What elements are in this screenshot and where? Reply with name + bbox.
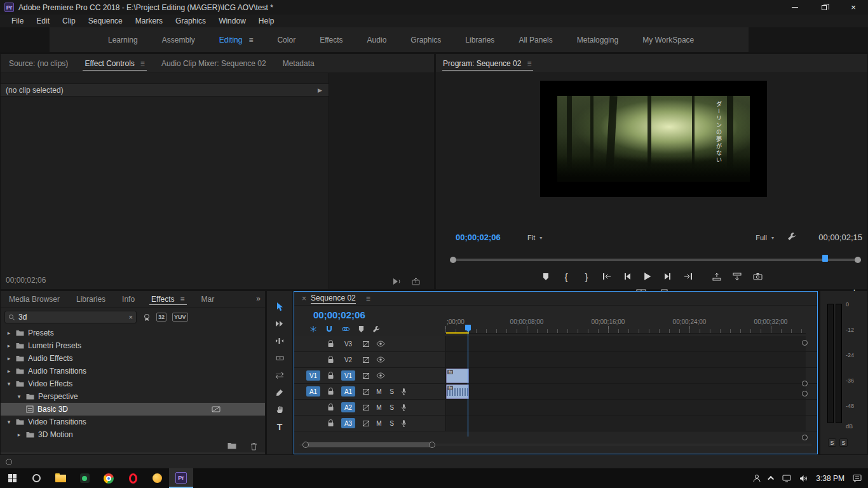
effects-horizontal-scrollbar[interactable] (1, 452, 265, 454)
tab-effect-controls[interactable]: Effect Controls ≡ (76, 54, 153, 72)
sync-lock-icon[interactable] (362, 356, 370, 363)
track-output-eye-icon[interactable] (376, 341, 385, 347)
workspace-all-panels[interactable]: All Panels (519, 36, 552, 44)
opera-button[interactable] (121, 468, 145, 488)
program-playhead[interactable] (822, 255, 828, 262)
export-frame-camera-icon[interactable] (752, 271, 763, 282)
sync-lock-icon[interactable] (362, 340, 370, 348)
tree-item-video-transitions[interactable]: ▾ Video Transitions (1, 416, 265, 428)
tab-source-monitor[interactable]: Source: (no clips) (1, 54, 76, 72)
32bit-filter-icon[interactable]: 32 (156, 313, 166, 322)
tree-item-perspective[interactable]: ▾ Perspective (1, 390, 265, 403)
chevron-down-icon[interactable]: ▾ (6, 419, 12, 425)
track-lock-icon[interactable] (327, 403, 335, 411)
settings-wrench-icon[interactable] (787, 232, 796, 241)
snap-magnet-icon[interactable] (325, 325, 333, 333)
track-name-button[interactable]: A3 (341, 418, 355, 428)
sync-lock-icon[interactable] (362, 372, 370, 379)
tab-audio-clip-mixer[interactable]: Audio Clip Mixer: Sequence 02 (153, 54, 275, 72)
go-to-out-icon[interactable] (683, 271, 693, 282)
timeline-timecode[interactable]: 00;00;02;06 (313, 309, 365, 320)
mute-button[interactable]: M (376, 420, 383, 427)
restore-button[interactable] (810, 0, 839, 15)
tray-overflow-chevron-icon[interactable] (768, 476, 774, 482)
mute-button[interactable]: M (376, 388, 383, 395)
mark-out-icon[interactable]: } (581, 271, 592, 282)
track-v1-lane[interactable] (445, 368, 806, 383)
vscroll-handle[interactable] (802, 340, 808, 346)
tree-item-3d-motion[interactable]: ▸ 3D Motion (1, 428, 265, 441)
track-a3-lane[interactable] (445, 416, 806, 431)
workspace-effects[interactable]: Effects (320, 36, 342, 44)
chrome-button[interactable] (97, 468, 121, 488)
tab-overflow-icon[interactable]: » (256, 294, 261, 303)
extract-icon[interactable] (732, 271, 742, 282)
tab-effects[interactable]: Effects ≡ (143, 291, 193, 307)
add-marker-icon[interactable] (541, 271, 551, 282)
voiceover-mic-icon[interactable] (401, 403, 409, 412)
track-select-forward-tool[interactable] (274, 318, 285, 329)
workspace-color[interactable]: Color (277, 36, 295, 44)
timeline-hscroll-thumb[interactable] (305, 442, 432, 447)
track-name-button[interactable]: V3 (341, 341, 355, 348)
vscroll-handle[interactable] (802, 435, 808, 440)
tree-item-video-effects[interactable]: ▾ Video Effects (1, 377, 265, 390)
source-patch-v1[interactable]: V1 (306, 370, 320, 381)
new-custom-bin-icon[interactable] (227, 442, 236, 451)
menu-edit[interactable]: Edit (30, 17, 56, 25)
add-marker-icon[interactable] (358, 325, 364, 333)
workspace-editing[interactable]: Editing (219, 36, 243, 44)
tree-item-audio-transitions[interactable]: ▸ Audio Transitions (1, 365, 265, 377)
menu-file[interactable]: File (5, 17, 30, 25)
track-output-eye-icon[interactable] (376, 372, 385, 379)
timeline-playhead-line[interactable] (468, 330, 468, 437)
effect-controls-timecode[interactable]: 00;00;02;06 (6, 276, 46, 285)
mute-button[interactable]: M (376, 404, 383, 411)
track-output-eye-icon[interactable] (376, 356, 385, 363)
track-lock-icon[interactable] (327, 340, 335, 348)
track-name-button[interactable]: V2 (341, 356, 355, 363)
workspace-libraries[interactable]: Libraries (465, 36, 494, 44)
track-name-button[interactable]: V1 (341, 370, 355, 381)
expand-arrow-icon[interactable]: ▶ (318, 87, 322, 93)
chevron-right-icon[interactable]: ▸ (6, 368, 12, 374)
program-current-timecode[interactable]: 00;00;02;06 (456, 233, 501, 242)
step-back-icon[interactable] (622, 271, 632, 282)
chevron-down-icon[interactable]: ▾ (6, 381, 12, 387)
play-audio-icon[interactable] (393, 278, 402, 285)
razor-tool[interactable] (274, 353, 285, 363)
timeline-settings-wrench-icon[interactable] (372, 325, 380, 333)
program-scrubber[interactable] (450, 257, 861, 263)
premiere-taskbar-button[interactable]: Pr (169, 468, 193, 488)
yuv-filter-icon[interactable]: YUV (172, 313, 188, 322)
tab-media-browser[interactable]: Media Browser (1, 291, 68, 307)
solo-button[interactable]: S (388, 388, 395, 395)
track-v2-lane[interactable] (445, 352, 806, 367)
start-button[interactable] (0, 468, 24, 488)
chevron-down-icon[interactable]: ▾ (16, 393, 22, 400)
sync-lock-icon[interactable] (362, 419, 370, 427)
source-patch-a1[interactable]: A1 (306, 386, 320, 396)
zoom-level-select[interactable]: Fit ▾ (527, 232, 542, 243)
tab-libraries[interactable]: Libraries (68, 291, 114, 307)
menu-clip[interactable]: Clip (56, 17, 82, 25)
chevron-right-icon[interactable]: ▸ (16, 431, 22, 438)
selection-tool[interactable] (274, 301, 285, 312)
export-icon[interactable] (412, 278, 420, 285)
panel-menu-icon[interactable]: ≡ (180, 295, 185, 304)
action-center-icon[interactable] (853, 474, 862, 482)
solo-right-button[interactable]: S (839, 438, 848, 447)
vscroll-handle[interactable] (802, 391, 808, 396)
timeline-ruler[interactable]: ;00;00 00;00;08;00 00;00;16;00 00;00;24;… (445, 317, 806, 334)
workspace-audio[interactable]: Audio (367, 36, 387, 44)
tab-markers-truncated[interactable]: Mar (193, 291, 223, 307)
playback-resolution-select[interactable]: Full ▾ (756, 232, 774, 243)
delete-trash-icon[interactable] (250, 442, 257, 451)
menu-sequence[interactable]: Sequence (82, 17, 129, 25)
scrub-zoom-handle-left[interactable] (450, 257, 456, 263)
timeline-playhead-head[interactable] (465, 325, 471, 330)
chevron-right-icon[interactable]: ▸ (6, 330, 12, 336)
clear-search-icon[interactable]: × (129, 313, 133, 321)
chevron-right-icon[interactable]: ▸ (6, 342, 12, 349)
pen-tool[interactable] (274, 387, 285, 398)
